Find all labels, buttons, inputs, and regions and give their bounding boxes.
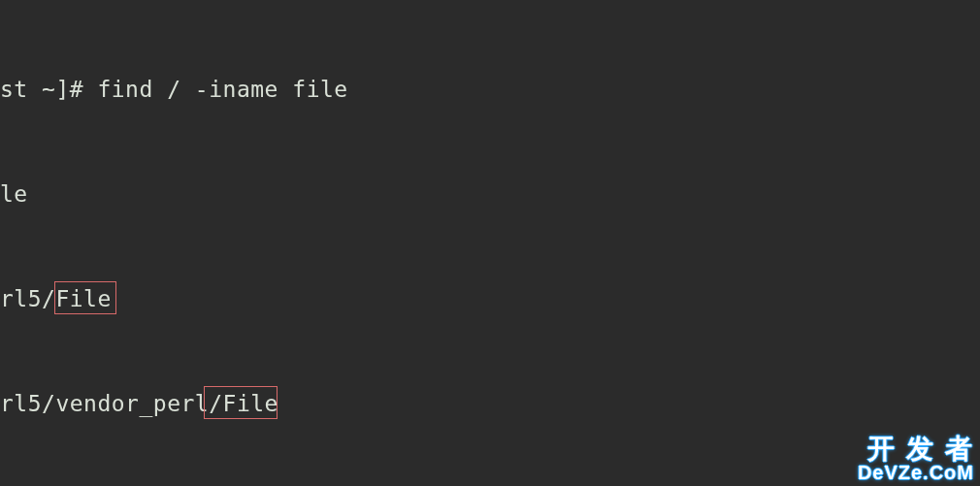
terminal-line: rl5/vendor_perl/File (0, 386, 980, 421)
line-text: st ~]# find / -iname file (0, 77, 348, 102)
terminal-line: st ~]# find / -iname file (0, 72, 980, 107)
terminal[interactable]: st ~]# find / -iname file le rl5/File rl… (0, 0, 980, 486)
line-text: rl5/File (0, 286, 112, 311)
line-text: rl5/vendor_perl/File (0, 391, 278, 416)
line-text: le (0, 181, 28, 207)
terminal-line: le (0, 177, 980, 211)
terminal-line: rl5/File (0, 281, 980, 316)
